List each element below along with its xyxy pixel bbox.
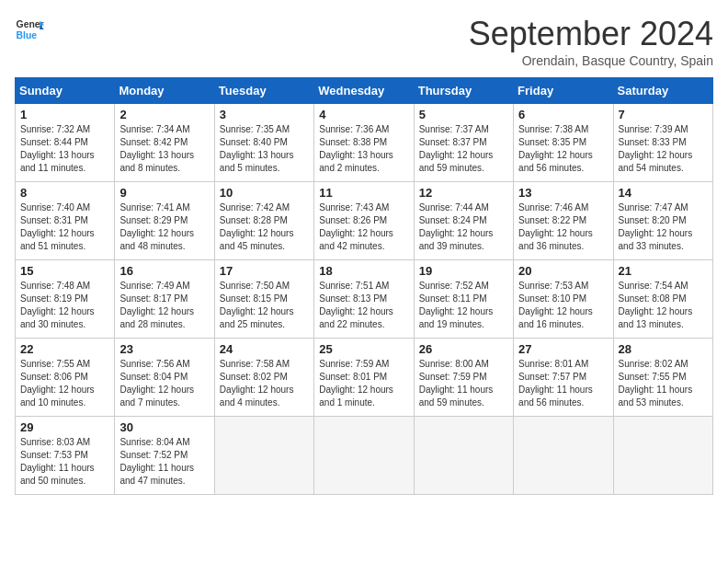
day-number: 9 <box>119 186 209 200</box>
title-area: September 2024 Orendain, Basque Country,… <box>469 15 713 68</box>
header-monday: Monday <box>115 78 214 104</box>
calendar-cell <box>214 417 313 495</box>
calendar-cell: 25Sunrise: 7:59 AM Sunset: 8:01 PM Dayli… <box>314 339 414 417</box>
cell-info: Sunrise: 7:44 AM Sunset: 8:24 PM Dayligh… <box>419 201 508 253</box>
week-row-4: 22Sunrise: 7:55 AM Sunset: 8:06 PM Dayli… <box>16 339 713 417</box>
calendar-cell: 1Sunrise: 7:32 AM Sunset: 8:44 PM Daylig… <box>16 104 115 182</box>
month-title: September 2024 <box>469 15 713 53</box>
day-number: 3 <box>220 108 309 121</box>
day-number: 5 <box>419 108 508 121</box>
cell-info: Sunrise: 7:51 AM Sunset: 8:13 PM Dayligh… <box>319 280 408 331</box>
day-number: 30 <box>119 420 209 434</box>
week-row-3: 15Sunrise: 7:48 AM Sunset: 8:19 PM Dayli… <box>16 260 713 339</box>
calendar-cell: 10Sunrise: 7:42 AM Sunset: 8:28 PM Dayli… <box>214 182 313 260</box>
calendar-cell: 22Sunrise: 7:55 AM Sunset: 8:06 PM Dayli… <box>16 339 115 417</box>
day-number: 10 <box>220 186 309 200</box>
calendar-cell: 20Sunrise: 7:53 AM Sunset: 8:10 PM Dayli… <box>514 260 613 339</box>
cell-info: Sunrise: 7:39 AM Sunset: 8:33 PM Dayligh… <box>619 123 708 175</box>
cell-info: Sunrise: 8:01 AM Sunset: 7:57 PM Dayligh… <box>518 358 608 409</box>
day-number: 18 <box>319 264 408 278</box>
calendar-cell: 24Sunrise: 7:58 AM Sunset: 8:02 PM Dayli… <box>214 339 313 417</box>
cell-info: Sunrise: 7:50 AM Sunset: 8:15 PM Dayligh… <box>220 280 309 331</box>
cell-info: Sunrise: 7:52 AM Sunset: 8:11 PM Dayligh… <box>419 280 508 331</box>
header-saturday: Saturday <box>613 78 712 104</box>
calendar-cell: 26Sunrise: 8:00 AM Sunset: 7:59 PM Dayli… <box>414 339 513 417</box>
day-number: 2 <box>119 108 209 121</box>
cell-info: Sunrise: 7:34 AM Sunset: 8:42 PM Dayligh… <box>119 123 209 175</box>
day-number: 19 <box>419 264 508 278</box>
cell-info: Sunrise: 7:55 AM Sunset: 8:06 PM Dayligh… <box>20 358 109 409</box>
day-number: 1 <box>20 108 109 121</box>
day-number: 4 <box>319 108 408 121</box>
day-number: 27 <box>518 342 608 356</box>
cell-info: Sunrise: 7:43 AM Sunset: 8:26 PM Dayligh… <box>319 201 408 253</box>
calendar-cell: 16Sunrise: 7:49 AM Sunset: 8:17 PM Dayli… <box>115 260 214 339</box>
calendar-cell: 9Sunrise: 7:41 AM Sunset: 8:29 PM Daylig… <box>115 182 214 260</box>
calendar-cell <box>613 417 712 495</box>
day-number: 14 <box>619 186 708 200</box>
cell-info: Sunrise: 7:42 AM Sunset: 8:28 PM Dayligh… <box>220 201 309 253</box>
cell-info: Sunrise: 7:48 AM Sunset: 8:19 PM Dayligh… <box>20 280 109 331</box>
day-number: 24 <box>220 342 309 356</box>
cell-info: Sunrise: 7:53 AM Sunset: 8:10 PM Dayligh… <box>518 280 608 331</box>
calendar-cell: 8Sunrise: 7:40 AM Sunset: 8:31 PM Daylig… <box>16 182 115 260</box>
day-number: 25 <box>319 342 408 356</box>
cell-info: Sunrise: 7:37 AM Sunset: 8:37 PM Dayligh… <box>419 123 508 175</box>
day-number: 21 <box>619 264 708 278</box>
cell-info: Sunrise: 7:35 AM Sunset: 8:40 PM Dayligh… <box>220 123 309 175</box>
cell-info: Sunrise: 7:36 AM Sunset: 8:38 PM Dayligh… <box>319 123 408 175</box>
calendar-cell: 2Sunrise: 7:34 AM Sunset: 8:42 PM Daylig… <box>115 104 214 182</box>
cell-info: Sunrise: 7:32 AM Sunset: 8:44 PM Dayligh… <box>20 123 109 175</box>
calendar-cell: 14Sunrise: 7:47 AM Sunset: 8:20 PM Dayli… <box>613 182 712 260</box>
calendar-cell: 7Sunrise: 7:39 AM Sunset: 8:33 PM Daylig… <box>613 104 712 182</box>
day-number: 13 <box>518 186 608 200</box>
day-number: 15 <box>20 264 109 278</box>
header-sunday: Sunday <box>16 78 115 104</box>
day-number: 7 <box>619 108 708 121</box>
calendar-cell: 11Sunrise: 7:43 AM Sunset: 8:26 PM Dayli… <box>314 182 414 260</box>
calendar-cell <box>414 417 513 495</box>
calendar-cell: 13Sunrise: 7:46 AM Sunset: 8:22 PM Dayli… <box>514 182 613 260</box>
logo-icon: General Blue <box>15 15 44 44</box>
calendar-cell: 19Sunrise: 7:52 AM Sunset: 8:11 PM Dayli… <box>414 260 513 339</box>
day-number: 22 <box>20 342 109 356</box>
logo: General Blue <box>15 15 44 44</box>
calendar-cell: 17Sunrise: 7:50 AM Sunset: 8:15 PM Dayli… <box>214 260 313 339</box>
cell-info: Sunrise: 7:56 AM Sunset: 8:04 PM Dayligh… <box>119 358 209 409</box>
day-number: 29 <box>20 420 109 434</box>
day-number: 8 <box>20 186 109 200</box>
cell-info: Sunrise: 8:04 AM Sunset: 7:52 PM Dayligh… <box>119 436 209 488</box>
cell-info: Sunrise: 7:58 AM Sunset: 8:02 PM Dayligh… <box>220 358 309 409</box>
calendar-cell: 5Sunrise: 7:37 AM Sunset: 8:37 PM Daylig… <box>414 104 513 182</box>
calendar-table: SundayMondayTuesdayWednesdayThursdayFrid… <box>15 77 713 495</box>
calendar-cell: 3Sunrise: 7:35 AM Sunset: 8:40 PM Daylig… <box>214 104 313 182</box>
day-number: 26 <box>419 342 508 356</box>
header: General Blue September 2024 Orendain, Ba… <box>15 15 713 68</box>
cell-info: Sunrise: 7:41 AM Sunset: 8:29 PM Dayligh… <box>119 201 209 253</box>
calendar-cell: 18Sunrise: 7:51 AM Sunset: 8:13 PM Dayli… <box>314 260 414 339</box>
header-friday: Friday <box>514 78 613 104</box>
day-number: 11 <box>319 186 408 200</box>
calendar-cell: 29Sunrise: 8:03 AM Sunset: 7:53 PM Dayli… <box>16 417 115 495</box>
cell-info: Sunrise: 8:00 AM Sunset: 7:59 PM Dayligh… <box>419 358 508 409</box>
week-row-5: 29Sunrise: 8:03 AM Sunset: 7:53 PM Dayli… <box>16 417 713 495</box>
calendar-cell: 15Sunrise: 7:48 AM Sunset: 8:19 PM Dayli… <box>16 260 115 339</box>
week-row-1: 1Sunrise: 7:32 AM Sunset: 8:44 PM Daylig… <box>16 104 713 182</box>
calendar-cell <box>314 417 414 495</box>
day-number: 28 <box>619 342 708 356</box>
day-number: 12 <box>419 186 508 200</box>
calendar-cell: 4Sunrise: 7:36 AM Sunset: 8:38 PM Daylig… <box>314 104 414 182</box>
day-number: 20 <box>518 264 608 278</box>
cell-info: Sunrise: 7:54 AM Sunset: 8:08 PM Dayligh… <box>619 280 708 331</box>
cell-info: Sunrise: 8:03 AM Sunset: 7:53 PM Dayligh… <box>20 436 109 488</box>
location-subtitle: Orendain, Basque Country, Spain <box>469 53 713 68</box>
calendar-cell: 21Sunrise: 7:54 AM Sunset: 8:08 PM Dayli… <box>613 260 712 339</box>
header-wednesday: Wednesday <box>314 78 414 104</box>
day-number: 17 <box>220 264 309 278</box>
days-header-row: SundayMondayTuesdayWednesdayThursdayFrid… <box>16 78 713 104</box>
header-tuesday: Tuesday <box>214 78 313 104</box>
day-number: 16 <box>119 264 209 278</box>
cell-info: Sunrise: 7:40 AM Sunset: 8:31 PM Dayligh… <box>20 201 109 253</box>
calendar-cell: 30Sunrise: 8:04 AM Sunset: 7:52 PM Dayli… <box>115 417 214 495</box>
day-number: 23 <box>119 342 209 356</box>
